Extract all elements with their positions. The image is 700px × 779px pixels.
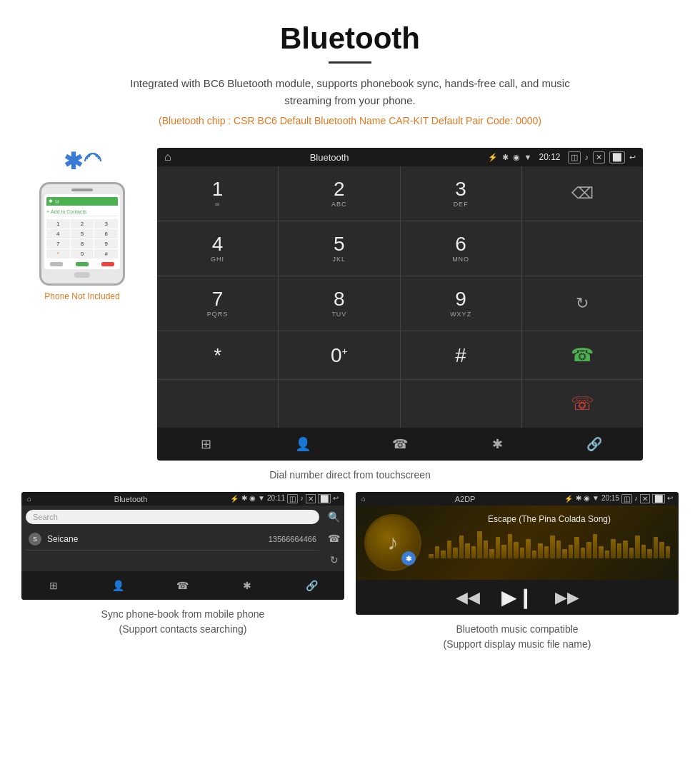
dial-caption: Dial number direct from touchscreen [0,469,700,481]
key-9[interactable]: 9 WXYZ [401,276,521,331]
mini-keypad: 1 2 3 4 5 6 7 8 9 * 0 # [46,219,118,258]
mu-usb: ⚡ [564,495,573,503]
pb-home-icon[interactable]: ⌂ [27,495,31,503]
pb-nav-bt[interactable]: ✱ [215,577,279,594]
viz-bar [544,546,549,558]
mu-camera[interactable]: ◫ [621,494,632,503]
contact-name: Seicane [47,534,269,544]
nav-apps[interactable]: ⊞ [157,433,254,455]
music-content-area: ♪ ✱ Escape (The Pina Colada Song) [356,506,679,580]
back-icon[interactable]: ↩ [629,153,636,162]
key-3[interactable]: 3 DEF [401,166,521,221]
pb-phone-icon[interactable]: ☎ [328,533,340,544]
volume-icon[interactable]: ♪ [585,153,589,161]
music-visualizer [429,530,670,558]
nav-bluetooth[interactable]: ✱ [449,433,546,455]
dialer-screen: ⌂ Bluetooth ⚡ ✱ ◉ ▼ 20:12 ◫ ♪ ✕ ⬜ ↩ 1 ∞ [157,148,643,461]
key-4[interactable]: 4 GHI [157,221,278,276]
viz-bar [526,539,531,558]
mu-title: A2DP [369,495,561,503]
close-icon[interactable]: ✕ [593,151,605,164]
viz-bar [593,534,598,558]
contact-row[interactable]: S Seicane 13566664466 [26,528,319,551]
key-1[interactable]: 1 ∞ [157,166,278,221]
usb-icon: ⚡ [488,153,498,162]
key-star[interactable]: * [157,331,278,379]
key-refresh[interactable]: ↻ [522,276,643,331]
dialer-bottom-nav: ⊞ 👤 ☎ ✱ 🔗 [157,428,643,461]
phone-screen: ✱M +Add to Contacts 1 2 3 4 5 6 7 8 9 * … [44,194,120,269]
mu-loc: ◉ [584,494,590,503]
pb-win[interactable]: ⬜ [318,494,331,503]
mu-vol[interactable]: ♪ [634,494,638,503]
pb-close[interactable]: ✕ [306,494,316,503]
phone-not-included: Phone Not Included [44,291,119,301]
mu-back[interactable]: ↩ [667,494,673,503]
title-underline [329,61,371,64]
prev-button[interactable]: ◀◀ [456,588,480,607]
next-button[interactable]: ▶▶ [555,588,579,607]
key-8[interactable]: 8 TUV [279,276,399,331]
pb-sync-icon[interactable]: ↻ [330,554,339,566]
pb-usb: ⚡ [230,495,239,503]
bottom-row: ⌂ Bluetooth ⚡ ✱ ◉ ▼ 20:11 ◫ ♪ ✕ ⬜ ↩ [0,492,700,652]
music-controls: ◀◀ ▶❙ ▶▶ [356,580,679,615]
viz-bar [550,536,555,558]
pb-nav-contacts[interactable]: 👤 [86,577,150,594]
key-hash[interactable]: # [401,331,521,379]
phone-frame: ✱M +Add to Contacts 1 2 3 4 5 6 7 8 9 * … [39,182,125,286]
viz-bar [629,548,634,558]
dialer-statusbar: ⌂ Bluetooth ⚡ ✱ ◉ ▼ 20:12 ◫ ♪ ✕ ⬜ ↩ [157,148,643,166]
viz-bar [447,541,452,558]
music-caption: Bluetooth music compatible (Support disp… [444,622,591,652]
viz-bar [586,542,591,558]
key-call-green[interactable]: ☎ [522,331,643,379]
viz-bar [477,531,482,558]
home-icon[interactable]: ⌂ [164,151,171,164]
signal-icon: ▼ [524,153,532,161]
phonebook-bottom-nav: ⊞ 👤 ☎ ✱ 🔗 [21,571,344,600]
pb-loc: ◉ [249,494,256,503]
key-2[interactable]: 2 ABC [279,166,399,221]
search-bar[interactable]: Search [26,510,319,524]
add-contact: +Add to Contacts [46,208,118,216]
viz-bar [429,554,434,558]
camera-icon[interactable]: ◫ [568,151,581,164]
play-pause-button[interactable]: ▶❙ [501,585,534,609]
key-empty-end-1 [157,380,278,428]
nav-calls[interactable]: ☎ [351,433,449,455]
nav-link[interactable]: 🔗 [546,433,643,455]
key-0[interactable]: 0+ [279,331,399,379]
mu-close[interactable]: ✕ [640,494,650,503]
viz-bar [459,536,464,558]
phone-screen-header: ✱M [46,197,118,206]
key-empty-2 [522,221,643,276]
viz-bar [465,543,470,558]
pb-nav-apps[interactable]: ⊞ [21,577,86,594]
phonebook-item: ⌂ Bluetooth ⚡ ✱ ◉ ▼ 20:11 ◫ ♪ ✕ ⬜ ↩ [21,492,344,652]
viz-bar [562,549,567,558]
viz-bar [520,548,525,558]
phonebook-screen: ⌂ Bluetooth ⚡ ✱ ◉ ▼ 20:11 ◫ ♪ ✕ ⬜ ↩ [21,492,344,600]
viz-bar [453,548,458,558]
key-6[interactable]: 6 MNO [401,221,521,276]
contact-letter: S [29,533,41,546]
mu-win[interactable]: ⬜ [652,494,665,503]
pb-camera[interactable]: ◫ [287,494,298,503]
key-call-red[interactable]: ☏ [522,380,643,428]
pb-title: Bluetooth [34,495,227,503]
nav-contacts[interactable]: 👤 [254,433,351,455]
viz-bar [556,541,561,558]
pb-nav-link[interactable]: 🔗 [280,577,344,594]
pb-back[interactable]: ↩ [333,494,339,503]
key-empty-1: ⌫ [522,166,643,221]
key-5[interactable]: 5 JKL [279,221,399,276]
mu-home-icon[interactable]: ⌂ [361,495,366,503]
pb-nav-calls[interactable]: ☎ [151,577,215,594]
bt-icon: ✱ [502,153,509,162]
pb-search-icon[interactable]: 🔍 [328,511,340,523]
pb-vol[interactable]: ♪ [300,494,304,503]
key-7[interactable]: 7 PQRS [157,276,278,331]
window-icon[interactable]: ⬜ [609,151,625,164]
viz-bar [623,541,628,558]
